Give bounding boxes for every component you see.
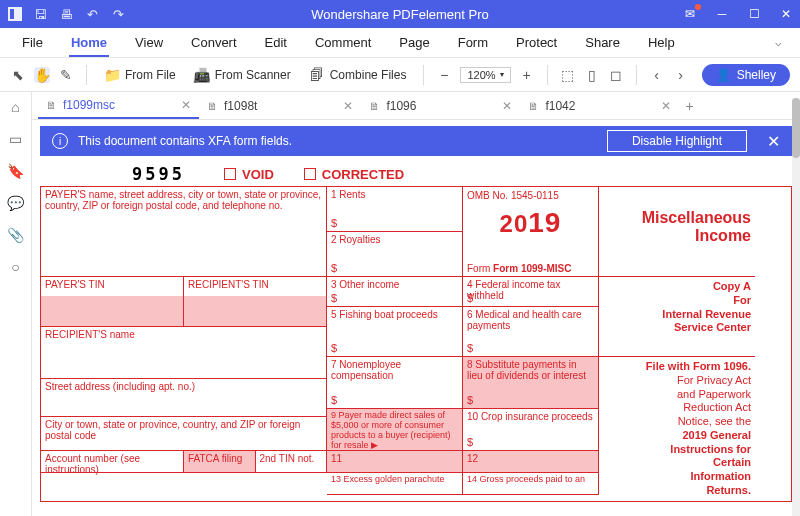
- maximize-icon[interactable]: ☐: [746, 6, 762, 22]
- menu-file[interactable]: File: [8, 28, 57, 57]
- scrollbar-thumb[interactable]: [792, 98, 800, 158]
- account-number[interactable]: Account number (see instructions): [41, 451, 184, 473]
- comments-icon[interactable]: 💬: [7, 194, 25, 212]
- user-chip[interactable]: 👤Shelley: [702, 64, 790, 86]
- dollar: $: [467, 436, 473, 448]
- box-13[interactable]: 13 Excess golden parachute: [327, 473, 463, 495]
- box-9[interactable]: 9 Payer made direct sales of $5,000 or m…: [327, 409, 463, 451]
- collapse-ribbon-icon[interactable]: ⌵: [765, 36, 792, 49]
- box-1-rents[interactable]: 1 Rents$: [327, 187, 463, 232]
- irs1: Internal Revenue: [603, 308, 751, 322]
- zoom-out-icon[interactable]: −: [436, 67, 452, 83]
- bookmarks-icon[interactable]: 🔖: [7, 162, 25, 180]
- menu-convert[interactable]: Convert: [177, 28, 251, 57]
- search-icon[interactable]: ○: [7, 258, 25, 276]
- menu-view[interactable]: View: [121, 28, 177, 57]
- tab-f1099msc[interactable]: 🗎f1099msc✕: [38, 92, 199, 119]
- tab-f1098t[interactable]: 🗎f1098t✕: [199, 92, 361, 119]
- notice-close-icon[interactable]: ✕: [767, 132, 780, 151]
- box-12[interactable]: 12: [463, 451, 599, 473]
- menu-share[interactable]: Share: [571, 28, 634, 57]
- recipient-tin-label: RECIPIENT'S TIN: [188, 279, 322, 290]
- payer-block[interactable]: PAYER'S name, street address, city or to…: [41, 187, 327, 277]
- zoom-in-icon[interactable]: +: [519, 67, 535, 83]
- recipient-tin-field[interactable]: [184, 296, 326, 326]
- p8: Information: [603, 470, 751, 484]
- tin2-label: 2nd TIN not.: [260, 453, 315, 464]
- for-label: For: [603, 294, 751, 308]
- dollar: $: [331, 342, 337, 354]
- save-icon[interactable]: 🖫: [32, 6, 48, 22]
- box-14[interactable]: 14 Gross proceeds paid to an: [463, 473, 599, 495]
- menu-help[interactable]: Help: [634, 28, 689, 57]
- from-file-label: From File: [125, 68, 176, 82]
- home-icon[interactable]: ⌂: [7, 98, 25, 116]
- recipient-name[interactable]: RECIPIENT'S name: [41, 327, 327, 379]
- box-3-other[interactable]: 3 Other income$: [327, 277, 463, 307]
- tab-close-icon[interactable]: ✕: [181, 98, 191, 112]
- zoom-level[interactable]: 120%▾: [460, 67, 510, 83]
- from-scanner-button[interactable]: 📠From Scanner: [189, 67, 296, 83]
- fit-page-icon[interactable]: ▯: [584, 67, 600, 83]
- box-7-nonemp[interactable]: 7 Nonemployee compensation$: [327, 357, 463, 409]
- box-6-medical[interactable]: 6 Medical and health care payments$: [463, 307, 599, 357]
- close-icon[interactable]: ✕: [778, 6, 794, 22]
- menu-protect[interactable]: Protect: [502, 28, 571, 57]
- minimize-icon[interactable]: ─: [714, 6, 730, 22]
- from-file-button[interactable]: 📁From File: [99, 67, 181, 83]
- box-8-sub[interactable]: 8 Substitute payments in lieu of dividen…: [463, 357, 599, 409]
- recipient-tin[interactable]: RECIPIENT'S TIN: [184, 277, 327, 327]
- tab-label: f1099msc: [63, 98, 115, 112]
- form-number: 9595: [132, 164, 185, 184]
- street-address[interactable]: Street address (including apt. no.): [41, 379, 327, 417]
- xfa-notice: i This document contains XFA form fields…: [40, 126, 792, 156]
- combine-button[interactable]: 🗐Combine Files: [304, 67, 412, 83]
- actual-size-icon[interactable]: ◻: [608, 67, 624, 83]
- select-tool-icon[interactable]: ⬉: [10, 67, 26, 83]
- corrected-checkbox[interactable]: [304, 168, 316, 180]
- p6: Instructions for: [603, 443, 751, 457]
- menu-home[interactable]: Home: [57, 28, 121, 57]
- next-page-icon[interactable]: ›: [673, 67, 689, 83]
- scrollbar[interactable]: [792, 98, 800, 516]
- fit-width-icon[interactable]: ⬚: [560, 67, 576, 83]
- payer-tin[interactable]: PAYER'S TIN: [41, 277, 184, 327]
- menu-edit[interactable]: Edit: [251, 28, 301, 57]
- tab-f1096[interactable]: 🗎f1096✕: [361, 92, 520, 119]
- box-4-fedtax[interactable]: 4 Federal income tax withheld$: [463, 277, 599, 307]
- attachments-icon[interactable]: 📎: [7, 226, 25, 244]
- dollar: $: [467, 394, 473, 406]
- tab-f1042[interactable]: 🗎f1042✕: [520, 92, 679, 119]
- city-state[interactable]: City or town, state or province, country…: [41, 417, 327, 451]
- hand-tool-icon[interactable]: ✋: [34, 67, 50, 83]
- misc-1: Miscellaneous: [642, 209, 751, 226]
- add-tab-icon[interactable]: +: [679, 98, 699, 114]
- payer-tin-field[interactable]: [41, 296, 183, 326]
- box-10-crop[interactable]: 10 Crop insurance proceeds$: [463, 409, 599, 451]
- undo-icon[interactable]: ↶: [84, 6, 100, 22]
- prev-page-icon[interactable]: ‹: [649, 67, 665, 83]
- second-tin[interactable]: 2nd TIN not.: [256, 451, 328, 473]
- box-11[interactable]: 11: [327, 451, 463, 473]
- menu-page[interactable]: Page: [385, 28, 443, 57]
- chevron-down-icon: ▾: [500, 70, 504, 79]
- menu-comment[interactable]: Comment: [301, 28, 385, 57]
- void-checkbox[interactable]: [224, 168, 236, 180]
- tab-close-icon[interactable]: ✕: [502, 99, 512, 113]
- p1: For Privacy Act: [603, 374, 751, 388]
- print-icon[interactable]: 🖶: [58, 6, 74, 22]
- b10-label: 10 Crop insurance proceeds: [467, 411, 594, 422]
- tab-close-icon[interactable]: ✕: [343, 99, 353, 113]
- thumbnails-icon[interactable]: ▭: [7, 130, 25, 148]
- tab-close-icon[interactable]: ✕: [661, 99, 671, 113]
- document-viewport[interactable]: 9595 VOID CORRECTED PAYER'S name, street…: [32, 156, 800, 516]
- disable-highlight-button[interactable]: Disable Highlight: [607, 130, 747, 152]
- redo-icon[interactable]: ↷: [110, 6, 126, 22]
- mail-icon[interactable]: ✉: [682, 6, 698, 22]
- year-20: 20: [500, 210, 529, 237]
- box-5-fishing[interactable]: 5 Fishing boat proceeds$: [327, 307, 463, 357]
- menu-form[interactable]: Form: [444, 28, 502, 57]
- fatca[interactable]: FATCA filing: [184, 451, 256, 473]
- box-2-royalties[interactable]: 2 Royalties$: [327, 232, 463, 277]
- edit-tool-icon[interactable]: ✎: [58, 67, 74, 83]
